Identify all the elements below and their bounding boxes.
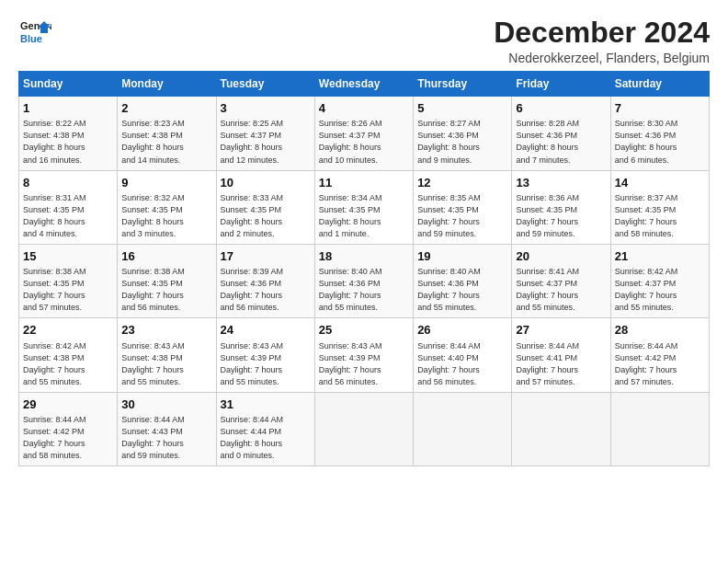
calendar-cell: 29Sunrise: 8:44 AM Sunset: 4:42 PM Dayli… — [19, 392, 118, 465]
day-number: 1 — [23, 100, 113, 117]
day-number: 20 — [516, 248, 606, 265]
svg-text:Blue: Blue — [20, 33, 42, 44]
day-info: Sunrise: 8:44 AM Sunset: 4:42 PM Dayligh… — [23, 414, 113, 462]
day-number: 23 — [121, 322, 211, 339]
week-row-4: 22Sunrise: 8:42 AM Sunset: 4:38 PM Dayli… — [19, 318, 710, 392]
col-header-wednesday: Wednesday — [314, 72, 413, 97]
day-info: Sunrise: 8:44 AM Sunset: 4:43 PM Dayligh… — [121, 414, 211, 462]
day-info: Sunrise: 8:42 AM Sunset: 4:38 PM Dayligh… — [23, 340, 113, 388]
day-info: Sunrise: 8:22 AM Sunset: 4:38 PM Dayligh… — [23, 118, 113, 166]
day-info: Sunrise: 8:39 AM Sunset: 4:36 PM Dayligh… — [221, 266, 311, 314]
day-info: Sunrise: 8:42 AM Sunset: 4:37 PM Dayligh… — [615, 266, 705, 314]
day-info: Sunrise: 8:37 AM Sunset: 4:35 PM Dayligh… — [615, 192, 705, 240]
logo-svg: General Blue — [18, 17, 51, 50]
day-number: 31 — [221, 396, 311, 413]
calendar-cell — [314, 392, 413, 465]
day-info: Sunrise: 8:43 AM Sunset: 4:38 PM Dayligh… — [121, 340, 211, 388]
day-info: Sunrise: 8:38 AM Sunset: 4:35 PM Dayligh… — [23, 266, 113, 314]
subtitle: Nederokkerzeel, Flanders, Belgium — [494, 51, 710, 65]
day-number: 27 — [516, 322, 606, 339]
calendar-cell: 26Sunrise: 8:44 AM Sunset: 4:40 PM Dayli… — [414, 318, 512, 392]
day-number: 2 — [121, 100, 211, 117]
day-info: Sunrise: 8:25 AM Sunset: 4:37 PM Dayligh… — [221, 118, 311, 166]
calendar-cell: 11Sunrise: 8:34 AM Sunset: 4:35 PM Dayli… — [314, 170, 413, 244]
day-info: Sunrise: 8:44 AM Sunset: 4:44 PM Dayligh… — [221, 414, 311, 462]
day-number: 16 — [121, 248, 211, 265]
header-row: SundayMondayTuesdayWednesdayThursdayFrid… — [19, 72, 710, 97]
logo: General Blue — [18, 17, 51, 50]
calendar-cell: 24Sunrise: 8:43 AM Sunset: 4:39 PM Dayli… — [216, 318, 314, 392]
col-header-saturday: Saturday — [610, 72, 709, 97]
day-number: 11 — [319, 175, 409, 191]
day-info: Sunrise: 8:38 AM Sunset: 4:35 PM Dayligh… — [121, 266, 211, 314]
day-number: 26 — [417, 322, 507, 339]
day-info: Sunrise: 8:43 AM Sunset: 4:39 PM Dayligh… — [319, 340, 409, 388]
week-row-2: 8Sunrise: 8:31 AM Sunset: 4:35 PM Daylig… — [19, 170, 710, 244]
day-number: 5 — [417, 100, 507, 117]
day-number: 29 — [23, 396, 113, 413]
day-info: Sunrise: 8:35 AM Sunset: 4:35 PM Dayligh… — [417, 192, 507, 240]
col-header-sunday: Sunday — [19, 72, 118, 97]
calendar-cell: 12Sunrise: 8:35 AM Sunset: 4:35 PM Dayli… — [414, 170, 512, 244]
calendar-cell: 4Sunrise: 8:26 AM Sunset: 4:37 PM Daylig… — [314, 97, 413, 170]
col-header-friday: Friday — [512, 72, 610, 97]
calendar-cell: 2Sunrise: 8:23 AM Sunset: 4:38 PM Daylig… — [118, 97, 216, 170]
day-number: 4 — [319, 100, 409, 117]
calendar-cell — [414, 392, 512, 465]
day-number: 19 — [417, 248, 507, 265]
day-number: 8 — [23, 175, 113, 191]
calendar-cell: 21Sunrise: 8:42 AM Sunset: 4:37 PM Dayli… — [610, 244, 709, 317]
calendar-cell: 9Sunrise: 8:32 AM Sunset: 4:35 PM Daylig… — [118, 170, 216, 244]
calendar-table: SundayMondayTuesdayWednesdayThursdayFrid… — [18, 71, 710, 466]
calendar-cell: 5Sunrise: 8:27 AM Sunset: 4:36 PM Daylig… — [414, 97, 512, 170]
day-info: Sunrise: 8:41 AM Sunset: 4:37 PM Dayligh… — [516, 266, 606, 314]
calendar-cell: 14Sunrise: 8:37 AM Sunset: 4:35 PM Dayli… — [610, 170, 709, 244]
day-info: Sunrise: 8:33 AM Sunset: 4:35 PM Dayligh… — [221, 192, 311, 240]
day-info: Sunrise: 8:40 AM Sunset: 4:36 PM Dayligh… — [319, 266, 409, 314]
day-number: 3 — [221, 100, 311, 117]
col-header-tuesday: Tuesday — [216, 72, 314, 97]
calendar-cell: 28Sunrise: 8:44 AM Sunset: 4:42 PM Dayli… — [610, 318, 709, 392]
calendar-cell — [610, 392, 709, 465]
calendar-cell — [512, 392, 610, 465]
page: General Blue December 2024 Nederokkerzee… — [0, 0, 728, 563]
day-info: Sunrise: 8:44 AM Sunset: 4:40 PM Dayligh… — [417, 340, 507, 388]
calendar-cell: 22Sunrise: 8:42 AM Sunset: 4:38 PM Dayli… — [19, 318, 118, 392]
day-number: 14 — [615, 175, 705, 191]
day-number: 6 — [516, 100, 606, 117]
col-header-monday: Monday — [118, 72, 216, 97]
day-number: 10 — [221, 175, 311, 191]
col-header-thursday: Thursday — [414, 72, 512, 97]
calendar-cell: 8Sunrise: 8:31 AM Sunset: 4:35 PM Daylig… — [19, 170, 118, 244]
week-row-3: 15Sunrise: 8:38 AM Sunset: 4:35 PM Dayli… — [19, 244, 710, 317]
calendar-cell: 23Sunrise: 8:43 AM Sunset: 4:38 PM Dayli… — [118, 318, 216, 392]
calendar-cell: 1Sunrise: 8:22 AM Sunset: 4:38 PM Daylig… — [19, 97, 118, 170]
day-info: Sunrise: 8:23 AM Sunset: 4:38 PM Dayligh… — [121, 118, 211, 166]
header: General Blue December 2024 Nederokkerzee… — [18, 17, 710, 65]
day-number: 17 — [221, 248, 311, 265]
day-info: Sunrise: 8:31 AM Sunset: 4:35 PM Dayligh… — [23, 192, 113, 240]
day-number: 22 — [23, 322, 113, 339]
title-block: December 2024 Nederokkerzeel, Flanders, … — [494, 17, 710, 65]
day-number: 9 — [121, 175, 211, 191]
week-row-5: 29Sunrise: 8:44 AM Sunset: 4:42 PM Dayli… — [19, 392, 710, 465]
day-info: Sunrise: 8:27 AM Sunset: 4:36 PM Dayligh… — [417, 118, 507, 166]
day-number: 18 — [319, 248, 409, 265]
calendar-cell: 17Sunrise: 8:39 AM Sunset: 4:36 PM Dayli… — [216, 244, 314, 317]
day-number: 15 — [23, 248, 113, 265]
day-number: 24 — [221, 322, 311, 339]
calendar-cell: 25Sunrise: 8:43 AM Sunset: 4:39 PM Dayli… — [314, 318, 413, 392]
day-info: Sunrise: 8:28 AM Sunset: 4:36 PM Dayligh… — [516, 118, 606, 166]
day-info: Sunrise: 8:34 AM Sunset: 4:35 PM Dayligh… — [319, 192, 409, 240]
calendar-cell: 19Sunrise: 8:40 AM Sunset: 4:36 PM Dayli… — [414, 244, 512, 317]
day-number: 25 — [319, 322, 409, 339]
day-info: Sunrise: 8:26 AM Sunset: 4:37 PM Dayligh… — [319, 118, 409, 166]
day-info: Sunrise: 8:44 AM Sunset: 4:42 PM Dayligh… — [615, 340, 705, 388]
calendar-cell: 10Sunrise: 8:33 AM Sunset: 4:35 PM Dayli… — [216, 170, 314, 244]
calendar-cell: 27Sunrise: 8:44 AM Sunset: 4:41 PM Dayli… — [512, 318, 610, 392]
day-number: 21 — [615, 248, 705, 265]
day-info: Sunrise: 8:32 AM Sunset: 4:35 PM Dayligh… — [121, 192, 211, 240]
day-number: 7 — [615, 100, 705, 117]
calendar-cell: 15Sunrise: 8:38 AM Sunset: 4:35 PM Dayli… — [19, 244, 118, 317]
calendar-cell: 18Sunrise: 8:40 AM Sunset: 4:36 PM Dayli… — [314, 244, 413, 317]
